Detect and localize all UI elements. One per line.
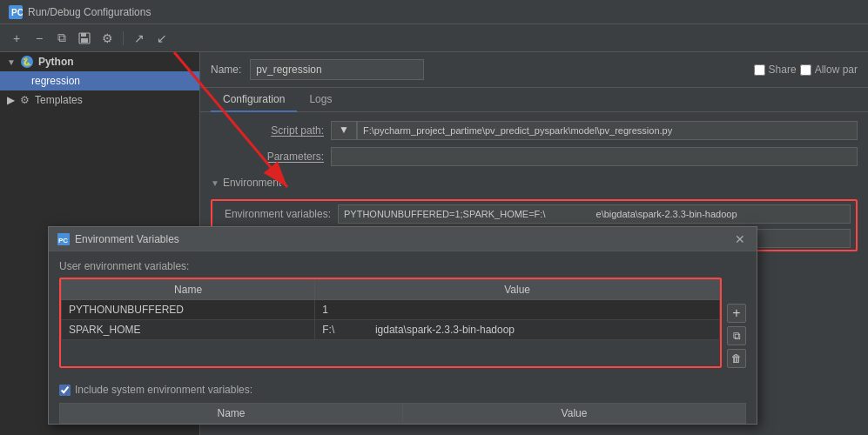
tree-python-group[interactable]: ▼ 🐍 Python bbox=[0, 52, 199, 71]
name-label: Name: bbox=[211, 64, 241, 76]
table-with-buttons: Name Value PYTHONUNBUFFERED 1 SPARK_HOME… bbox=[59, 278, 746, 368]
env-vars-table-container: Name Value PYTHONUNBUFFERED 1 SPARK_HOME… bbox=[59, 278, 722, 368]
col-header-value: Value bbox=[315, 280, 720, 300]
svg-rect-4 bbox=[81, 38, 88, 43]
expand-button[interactable]: ↗ bbox=[130, 29, 149, 48]
env-vars-value: PYTHONUNBUFFERED=1;SPARK_HOME=F:\ e\bigd… bbox=[338, 204, 851, 224]
env-dialog-icon: PC bbox=[57, 233, 70, 245]
dialog-title: Run/Debug Configurations bbox=[28, 6, 151, 18]
side-buttons-group: + ⧉ 🗑 bbox=[727, 278, 746, 368]
share-checkbox-item: Share bbox=[754, 64, 797, 76]
copy-button[interactable]: ⧉ bbox=[52, 29, 71, 48]
env-section-header[interactable]: ▼ Environment bbox=[211, 173, 281, 192]
env-dialog-titlebar: PC Environment Variables ✕ bbox=[49, 227, 757, 251]
tab-logs[interactable]: Logs bbox=[297, 88, 344, 112]
svg-rect-3 bbox=[81, 33, 86, 37]
env-vars-text: PYTHONUNBUFFERED=1;SPARK_HOME=F:\ e\bigd… bbox=[344, 209, 737, 219]
tabs-bar: Configuration Logs bbox=[200, 88, 868, 112]
name-bar: Name: Share Allow par bbox=[200, 52, 868, 88]
env-vars-table: Name Value PYTHONUNBUFFERED 1 SPARK_HOME… bbox=[61, 279, 720, 340]
row2-name: SPARK_HOME bbox=[62, 320, 315, 340]
add-button[interactable]: + bbox=[7, 29, 26, 48]
bottom-col-name: Name bbox=[60, 404, 403, 423]
toolbar-separator bbox=[123, 31, 124, 45]
include-sys-vars-checkbox[interactable] bbox=[59, 385, 71, 396]
include-sys-vars-label: Include system environment variables: bbox=[75, 384, 252, 396]
tab-configuration[interactable]: Configuration bbox=[211, 88, 297, 112]
env-dialog-title-text: Environment Variables bbox=[75, 233, 179, 245]
env-triangle: ▼ bbox=[211, 178, 219, 188]
env-dialog-content: User environment variables: Name Value P… bbox=[49, 251, 757, 377]
checkbox-group: Share Allow par bbox=[754, 64, 858, 76]
allow-par-checkbox-item: Allow par bbox=[800, 64, 858, 76]
bottom-table-header: Name Value bbox=[59, 403, 746, 424]
bottom-table-area: Name Value bbox=[49, 403, 757, 424]
allow-par-label: Allow par bbox=[815, 64, 858, 76]
add-var-button[interactable]: + bbox=[727, 304, 746, 323]
script-path-row: Script path: ▼ F:\pycharm_project_partim… bbox=[211, 121, 858, 140]
row1-name: PYTHONUNBUFFERED bbox=[62, 300, 315, 320]
env-section-label: Environment bbox=[223, 177, 281, 189]
templates-icon: ⚙ bbox=[20, 94, 30, 106]
python-group-label: Python bbox=[38, 56, 74, 68]
script-path-dropdown[interactable]: ▼ bbox=[331, 121, 357, 140]
env-dialog-footer: Include system environment variables: bbox=[49, 377, 757, 403]
user-vars-label: User environment variables: bbox=[59, 260, 746, 272]
share-label: Share bbox=[769, 64, 797, 76]
save-button[interactable] bbox=[75, 29, 94, 48]
app-icon: PC bbox=[9, 5, 23, 19]
env-dialog-close-button[interactable]: ✕ bbox=[732, 231, 748, 247]
env-vars-label: Environment variables: bbox=[218, 208, 331, 220]
name-input[interactable] bbox=[250, 59, 424, 80]
title-bar: PC Run/Debug Configurations bbox=[0, 0, 868, 24]
regression-label: regression bbox=[31, 75, 80, 87]
share-checkbox[interactable] bbox=[754, 64, 765, 76]
parameters-label: Parameters: bbox=[211, 151, 324, 163]
env-vars-row: Environment variables: PYTHONUNBUFFERED=… bbox=[212, 201, 856, 227]
table-row[interactable]: SPARK_HOME F:\ igdata\spark-2.3.3-bin-ha… bbox=[62, 320, 720, 340]
tree-arrow: ▼ bbox=[7, 57, 16, 67]
tree-templates-item[interactable]: ▶ ⚙ Templates bbox=[0, 90, 199, 110]
table-row[interactable]: PYTHONUNBUFFERED 1 bbox=[62, 300, 720, 320]
row2-value: F:\ igdata\spark-2.3.3-bin-hadoop bbox=[315, 320, 720, 340]
parameters-input[interactable] bbox=[331, 147, 858, 166]
col-header-name: Name bbox=[62, 280, 315, 300]
toolbar: + − ⧉ ⚙ ↗ ↙ bbox=[0, 24, 868, 52]
env-dialog: PC Environment Variables ✕ User environm… bbox=[48, 226, 757, 425]
svg-text:PC: PC bbox=[11, 8, 23, 17]
bottom-col-value: Value bbox=[403, 404, 745, 423]
delete-var-button[interactable]: 🗑 bbox=[727, 349, 746, 368]
script-path-label: Script path: bbox=[211, 124, 324, 137]
row1-value: 1 bbox=[315, 300, 720, 320]
python-icon: 🐍 bbox=[21, 56, 33, 68]
script-path-value: F:\pycharm_project_partime\pv_predict_py… bbox=[357, 121, 858, 140]
collapse-button[interactable]: ↙ bbox=[152, 29, 172, 48]
tree-regression-item[interactable]: regression bbox=[0, 71, 199, 90]
allow-par-checkbox[interactable] bbox=[800, 64, 811, 76]
svg-text:PC: PC bbox=[58, 237, 68, 244]
remove-button[interactable]: − bbox=[30, 29, 49, 48]
copy-var-button[interactable]: ⧉ bbox=[727, 326, 746, 345]
settings-button[interactable]: ⚙ bbox=[98, 29, 117, 48]
env-section-row: ▼ Environment bbox=[211, 173, 858, 192]
script-path-field-group: ▼ F:\pycharm_project_partime\pv_predict_… bbox=[331, 121, 858, 140]
templates-arrow: ▶ bbox=[7, 94, 15, 106]
include-sys-vars-group: Include system environment variables: bbox=[59, 384, 252, 396]
env-dialog-title-group: PC Environment Variables bbox=[57, 233, 179, 245]
templates-label: Templates bbox=[35, 94, 83, 106]
parameters-row: Parameters: bbox=[211, 147, 858, 166]
